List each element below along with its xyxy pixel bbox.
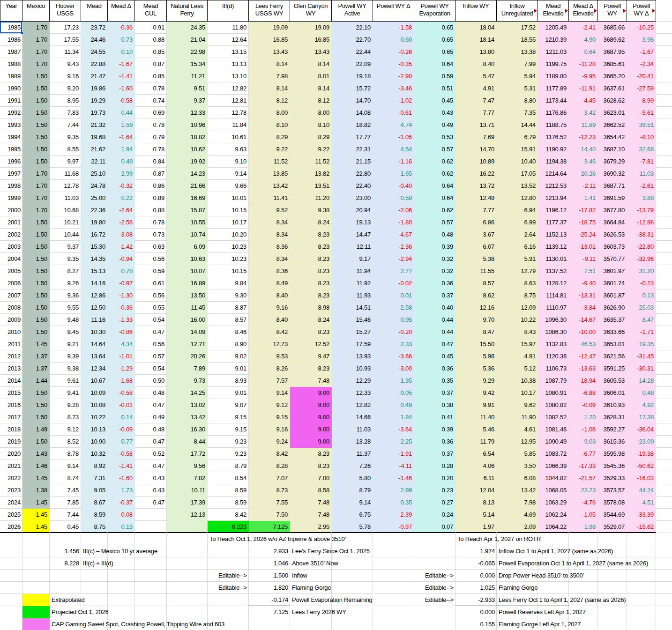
editable-indicator[interactable]: Editable--> [208,570,249,582]
table-cell[interactable]: 10.22 [497,314,538,326]
table-cell[interactable]: 6.07 [455,241,497,253]
table-cell[interactable]: 3626.53 [598,229,627,241]
table-cell[interactable]: 12.33 [167,107,208,119]
table-cell[interactable]: 12.16 [455,302,497,314]
table-cell[interactable]: 15.30 [81,241,108,253]
row-year-cell[interactable]: 2016 [0,399,22,411]
table-cell[interactable]: 7.82 [167,472,208,484]
table-cell[interactable]: 0.95 [373,314,414,326]
table-cell[interactable]: 0.60 [373,34,414,46]
table-cell[interactable]: 8.46 [208,326,249,338]
table-cell[interactable]: 10.44 [50,229,81,241]
table-cell[interactable]: 16.69 [167,192,208,204]
table-cell[interactable]: 0.35 [414,375,455,387]
table-cell[interactable]: 9.70 [455,314,497,326]
grid-cell[interactable] [656,557,672,570]
col-header-mead_delta[interactable]: Mead Δ [108,0,135,22]
table-cell[interactable]: 1205.49 [538,22,569,34]
table-cell[interactable]: 8.14 [290,58,332,70]
table-cell[interactable]: 0.64 [414,180,455,192]
table-cell[interactable]: -0.58 [108,95,135,107]
table-cell[interactable]: 8.54 [208,472,249,484]
summary-value[interactable]: 1.046 [249,557,290,570]
col-header-powell_wy_evaporation[interactable]: Powell WY Evaporation [414,0,455,22]
table-cell[interactable]: 0.36 [414,363,455,375]
table-cell[interactable]: 1.50 [22,387,50,399]
table-cell[interactable]: 16.72 [81,229,108,241]
grid-cell[interactable] [373,533,414,545]
section-header-apr-2027[interactable]: To Reach Apr 1, 2027 on ROTR [455,533,569,545]
row-year-cell[interactable]: 1991 [0,95,22,107]
table-cell[interactable]: 9.23 [208,448,249,460]
table-cell[interactable]: 0.56 [135,253,167,265]
grid-cell[interactable] [81,533,108,545]
table-cell[interactable]: 0.57 [414,143,455,156]
table-cell[interactable]: -18.94 [569,375,598,387]
table-cell[interactable]: 3689.62 [598,34,627,46]
summary-label[interactable]: Above 3510' Now [290,557,455,570]
table-cell[interactable]: 9.00 [290,387,332,399]
table-cell[interactable]: 23.72 [81,22,108,34]
table-cell[interactable]: 0.39 [414,241,455,253]
table-cell[interactable]: 22.11 [81,156,108,168]
table-cell[interactable]: 9.12 [50,423,81,436]
table-cell[interactable]: 9.35 [50,131,81,143]
table-cell[interactable]: 0.47 [135,436,167,448]
table-cell[interactable]: 0.88 [135,204,167,216]
table-cell[interactable]: 10.30 [81,326,108,338]
table-cell[interactable]: 3623.01 [598,107,627,119]
summary-value[interactable]: 1.456 [50,545,81,557]
editable-indicator[interactable]: Editable--> [414,570,455,582]
table-cell[interactable]: 10.23 [208,241,249,253]
table-cell[interactable]: 9.14 [332,497,373,509]
table-cell[interactable]: 19.92 [167,156,208,168]
table-cell[interactable]: 2.95 [290,521,332,533]
table-cell[interactable]: 3603.73 [598,241,627,253]
table-cell[interactable]: 19.18 [332,70,373,82]
table-cell[interactable]: 1189.80 [538,70,569,82]
table-cell[interactable]: 1.70 [22,22,50,34]
table-cell[interactable]: 3687.95 [598,46,627,58]
summary-value[interactable]: -0.065 [455,557,497,570]
col-header-mead[interactable]: Mead [81,0,108,22]
table-cell[interactable]: 9.35 [50,253,81,265]
table-cell[interactable]: 12.82 [208,82,249,95]
table-cell[interactable]: 13.15 [208,46,249,58]
table-cell[interactable]: 1.70 [569,411,598,423]
table-cell[interactable]: 0.51 [414,82,455,95]
table-cell[interactable]: 9.56 [167,460,208,472]
table-cell[interactable]: 1.44 [22,375,50,387]
table-cell[interactable]: 6.08 [497,472,538,484]
table-cell[interactable]: 4.51 [627,497,656,509]
row-year-cell[interactable]: 2023 [0,484,22,497]
table-cell[interactable]: 17.55 [50,34,81,46]
table-cell[interactable]: -1.06 [569,423,598,436]
table-cell[interactable]: 1.50 [22,107,50,119]
table-cell[interactable]: 7.47 [455,95,497,107]
table-cell[interactable]: 2.64 [497,229,538,241]
table-cell[interactable]: 0.39 [414,423,455,436]
table-cell[interactable]: -2.11 [569,180,598,192]
table-cell[interactable]: 1086.30 [538,326,569,338]
table-cell[interactable]: 6.94 [497,204,538,216]
table-cell[interactable]: 1063.29 [538,497,569,509]
summary-label[interactable]: III(c) + III(d) [81,557,167,570]
table-cell[interactable]: 1.50 [22,131,50,143]
table-cell[interactable]: 13.51 [290,180,332,192]
table-cell[interactable]: 9.42 [455,387,497,399]
col-header-powell_wy_delta[interactable]: Powell WY Δ [373,0,414,22]
table-cell[interactable]: 10.13 [81,423,108,436]
table-cell[interactable]: 9.61 [50,375,81,387]
table-cell[interactable]: 7.77 [455,204,497,216]
table-cell[interactable]: 0.45 [414,350,455,363]
table-cell[interactable]: 9.07 [208,399,249,411]
table-cell[interactable]: -2.06 [373,204,414,216]
table-cell[interactable]: -15.62 [627,521,656,533]
table-cell[interactable]: 3595.98 [598,448,627,460]
table-cell[interactable]: 0.63 [135,241,167,253]
table-cell[interactable]: -1.29 [108,363,135,375]
table-cell[interactable]: 22.98 [167,46,208,58]
table-cell[interactable]: 0.41 [414,411,455,423]
table-cell[interactable]: 0.88 [135,34,167,46]
table-cell[interactable]: 8.23 [290,277,332,289]
